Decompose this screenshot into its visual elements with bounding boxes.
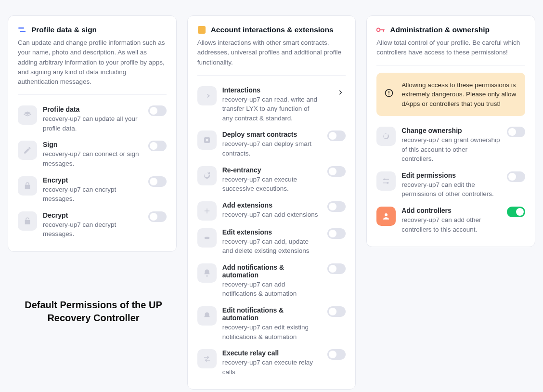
toggle-encrypt[interactable] xyxy=(148,176,167,187)
edit-icon xyxy=(197,228,217,248)
sliders-icon xyxy=(376,171,396,191)
perm-interactions[interactable]: Interactions recovery-up7 can read, writ… xyxy=(197,82,346,127)
toggle-edit-notif[interactable] xyxy=(327,306,346,317)
svg-rect-4 xyxy=(206,139,208,142)
card-desc: Can update and change profile informatio… xyxy=(18,38,167,87)
perm-desc: recovery-up7 can execute relay calls xyxy=(222,358,321,377)
toggle-decrypt[interactable] xyxy=(148,211,167,222)
perm-title: Execute relay call xyxy=(222,349,321,357)
perm-desc: recovery-up7 can add other controllers t… xyxy=(401,215,500,234)
profile-icon xyxy=(18,26,26,34)
bell-icon xyxy=(197,263,217,283)
perm-edit-perm: Edit permissions recovery-up7 can edit t… xyxy=(376,168,525,203)
perm-profile-data: Profile data recovery-up7 can update all… xyxy=(18,102,167,137)
perm-title: Edit extensions xyxy=(222,228,321,236)
deploy-icon xyxy=(197,131,217,150)
toggle-change-owner[interactable] xyxy=(507,127,525,137)
card-header: Administration & ownership xyxy=(376,26,525,34)
stack-icon xyxy=(18,105,37,125)
perm-desc: recovery-up7 can encrypt messages. xyxy=(43,185,142,204)
card-title: Account interactions & extensions xyxy=(211,26,334,34)
card-account: Account interactions & extensions Allows… xyxy=(187,15,356,390)
perm-encrypt: Encrypt recovery-up7 can encrypt message… xyxy=(18,172,167,208)
perm-title: Edit permissions xyxy=(401,171,500,179)
card-title: Administration & ownership xyxy=(390,26,490,34)
perm-desc: recovery-up7 can add, update and delete … xyxy=(222,237,321,256)
toggle-add-controllers[interactable] xyxy=(507,207,525,217)
perm-title: Decrypt xyxy=(43,211,142,219)
perm-sign: Sign recovery-up7 can connect or sign me… xyxy=(18,137,167,172)
perm-reentrancy: Re-entrancy recovery-up7 can execute suc… xyxy=(197,162,346,197)
perm-desc: recovery-up7 can add notifications & aut… xyxy=(222,280,321,299)
card-header: Profile data & sign xyxy=(18,26,167,34)
svg-point-15 xyxy=(387,182,388,184)
perm-title: Change ownership xyxy=(401,127,500,134)
perm-title: Profile data xyxy=(43,105,142,113)
owner-icon xyxy=(376,127,396,146)
perm-title: Interactions xyxy=(222,86,321,94)
perm-desc: recovery-up7 can edit existing notificat… xyxy=(222,323,321,341)
card-desc: Allow total control of your profile. Be … xyxy=(376,38,525,58)
perm-title: Re-entrancy xyxy=(222,166,321,174)
extension-icon xyxy=(197,26,206,34)
svg-rect-0 xyxy=(18,27,24,29)
perm-title: Add extensions xyxy=(222,201,321,209)
card-desc: Allows interactions with other smart con… xyxy=(197,38,346,67)
pen-icon xyxy=(18,141,37,160)
divider xyxy=(18,94,167,95)
perm-add-ext: Add extensions recovery-up7 can add exte… xyxy=(197,197,346,224)
alert-icon xyxy=(384,88,394,101)
svg-point-6 xyxy=(377,28,380,32)
card-admin: Administration & ownership Allow total c… xyxy=(366,15,535,247)
perm-desc: recovery-up7 can execute successive exec… xyxy=(222,175,321,194)
svg-point-16 xyxy=(385,213,388,216)
divider xyxy=(376,65,525,66)
svg-rect-5 xyxy=(204,236,209,239)
perm-add-controllers: Add controllers recovery-up7 can add oth… xyxy=(376,203,525,238)
svg-rect-2 xyxy=(198,26,206,34)
perm-desc: recovery-up7 can decrypt messages. xyxy=(43,220,142,239)
key-icon xyxy=(376,26,385,34)
card-profile: Profile data & sign Can update and chang… xyxy=(8,15,177,252)
toggle-reentrancy[interactable] xyxy=(327,166,346,177)
perm-relay: Execute relay call recovery-up7 can exec… xyxy=(197,345,346,380)
perm-desc: recovery-up7 can connect or sign message… xyxy=(43,149,142,168)
toggle-deploy[interactable] xyxy=(327,131,346,141)
perm-desc: recovery-up7 can update all your profile… xyxy=(43,114,142,133)
toggle-profile-data[interactable] xyxy=(148,105,167,116)
toggle-add-ext[interactable] xyxy=(327,201,346,212)
unlock-icon xyxy=(18,211,37,231)
warning-text: Allowing access to these permissions is … xyxy=(401,81,516,107)
perm-change-owner: Change ownership recovery-up7 can grant … xyxy=(376,123,525,168)
svg-point-14 xyxy=(384,178,386,180)
perm-edit-ext: Edit extensions recovery-up7 can add, up… xyxy=(197,224,346,260)
perm-title: Add notifications & automation xyxy=(222,263,321,279)
perm-title: Add controllers xyxy=(401,207,500,214)
perm-deploy: Deploy smart contracts recovery-up7 can … xyxy=(197,127,346,162)
plus-icon xyxy=(197,201,217,221)
chevron-right-icon xyxy=(337,89,344,98)
perm-desc: recovery-up7 can deploy smart contracts. xyxy=(222,139,321,158)
svg-rect-1 xyxy=(20,31,26,32)
warning-banner: Allowing access to these permissions is … xyxy=(376,73,525,117)
perm-desc: recovery-up7 can read, write and transfe… xyxy=(222,95,321,123)
perm-title: Sign xyxy=(43,141,142,148)
user-icon xyxy=(376,207,396,226)
toggle-edit-perm[interactable] xyxy=(507,171,525,182)
toggle-edit-ext[interactable] xyxy=(327,228,346,239)
card-title: Profile data & sign xyxy=(31,26,97,34)
perm-title: Edit notifications & automation xyxy=(222,306,321,322)
bell-edit-icon xyxy=(197,306,217,326)
perm-desc: recovery-up7 can edit the permissions of… xyxy=(401,180,500,199)
perm-title: Encrypt xyxy=(43,176,142,184)
toggle-relay[interactable] xyxy=(327,349,346,360)
perm-desc: recovery-up7 can grant ownership of this… xyxy=(401,135,500,164)
toggle-add-notif[interactable] xyxy=(327,263,346,274)
card-header: Account interactions & extensions xyxy=(197,26,346,34)
toggle-sign[interactable] xyxy=(148,141,167,151)
relay-icon xyxy=(197,349,217,368)
perm-decrypt: Decrypt recovery-up7 can decrypt message… xyxy=(18,208,167,243)
page-caption: Default Permissions of the UP Recovery C… xyxy=(16,299,170,325)
svg-rect-8 xyxy=(383,29,384,32)
divider xyxy=(197,75,346,76)
